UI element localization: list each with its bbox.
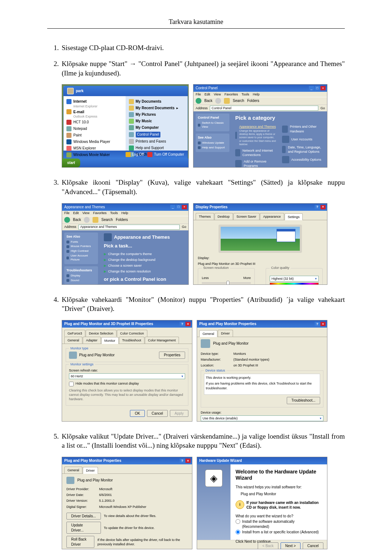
apply-button[interactable]: Apply bbox=[170, 410, 188, 417]
cancel-button[interactable]: Cancel bbox=[303, 542, 323, 549]
menu-edit[interactable]: Edit bbox=[205, 92, 211, 97]
ts-sound[interactable]: Sound bbox=[66, 278, 96, 283]
menu-view[interactable]: View bbox=[82, 211, 89, 215]
tab-monitor[interactable]: Monitor bbox=[101, 337, 119, 344]
menu-pics[interactable]: My Pictures bbox=[136, 112, 156, 117]
menu-recent[interactable]: My Recent Documents bbox=[136, 106, 175, 111]
tab-ssaver[interactable]: Screen Saver bbox=[233, 213, 260, 220]
menu-hct[interactable]: HCT 10.0 bbox=[73, 120, 89, 125]
tab-driver[interactable]: Driver bbox=[218, 330, 233, 337]
opt-auto[interactable]: Install the software automatically (Reco… bbox=[236, 519, 322, 529]
troubleshoot-button[interactable]: Troubleshoot... bbox=[287, 397, 320, 404]
menu-view[interactable]: View bbox=[214, 92, 221, 97]
hide-modes-check[interactable]: Hide modes that this monitor cannot disp… bbox=[69, 381, 185, 386]
menu-file[interactable]: File bbox=[196, 92, 201, 97]
tab-general[interactable]: General bbox=[199, 330, 217, 337]
toolbar-search[interactable]: Search bbox=[101, 217, 113, 222]
menu-docs[interactable]: My Documents bbox=[136, 99, 162, 104]
task-theme[interactable]: ▶Change the computer's theme bbox=[104, 251, 185, 257]
next-button[interactable]: Next > bbox=[281, 542, 301, 549]
see-mouse[interactable]: Mouse Pointers bbox=[66, 244, 96, 249]
update-driver-button[interactable]: Update Driver... bbox=[66, 522, 101, 534]
close-icon[interactable]: × bbox=[320, 322, 326, 326]
switch-classic[interactable]: Switch to Classic View bbox=[198, 121, 227, 130]
menu-edit[interactable]: Edit bbox=[73, 211, 79, 215]
turnoff-button[interactable]: Turn Off Computer bbox=[147, 152, 184, 157]
back-icon[interactable] bbox=[64, 217, 70, 223]
cat-region[interactable]: Date, Time, Language, and Regional Optio… bbox=[288, 145, 323, 154]
go-button[interactable]: Go bbox=[320, 106, 325, 110]
menu-tools[interactable]: Tools bbox=[110, 211, 118, 215]
tab-appearance[interactable]: Appearance bbox=[260, 213, 284, 220]
menu-music[interactable]: My Music bbox=[136, 119, 152, 124]
forward-icon[interactable] bbox=[84, 217, 90, 223]
menu-email[interactable]: E-mail bbox=[73, 110, 84, 115]
close-icon[interactable]: × bbox=[185, 322, 191, 326]
up-icon[interactable] bbox=[224, 98, 230, 104]
tab-troubleshoot[interactable]: Troubleshoot bbox=[119, 337, 144, 344]
task-res[interactable]: ▶Change the screen resolution bbox=[104, 268, 185, 274]
back-icon[interactable] bbox=[196, 98, 201, 104]
menu-favorites[interactable]: Favorites bbox=[93, 211, 106, 215]
tab-colorcorr[interactable]: Color Correction bbox=[117, 330, 147, 337]
logoff-button[interactable]: Log Off bbox=[126, 152, 144, 157]
task-bg[interactable]: ▶Change the desktop background bbox=[104, 257, 185, 263]
menu-control-panel[interactable]: Control Panel bbox=[136, 132, 161, 138]
tab-driver[interactable]: Driver bbox=[83, 467, 98, 474]
menu-internet[interactable]: Internet bbox=[73, 99, 87, 104]
toolbar-folders[interactable]: Folders bbox=[116, 217, 128, 222]
maximize-icon[interactable]: □ bbox=[176, 205, 181, 209]
ts-display[interactable]: Display bbox=[66, 274, 96, 278]
refresh-select[interactable]: 60 Hertz▾ bbox=[69, 373, 185, 379]
ok-button[interactable]: OK bbox=[130, 410, 144, 417]
menu-wmp[interactable]: Windows Media Player bbox=[73, 139, 110, 144]
cancel-button[interactable]: Cancel bbox=[147, 410, 168, 417]
menu-notepad[interactable]: Notepad bbox=[73, 126, 87, 131]
tab-adapter[interactable]: Adapter bbox=[83, 337, 101, 344]
see-uapic[interactable]: User Account Picture bbox=[66, 254, 96, 262]
cat-network[interactable]: Network and Internet Connections bbox=[242, 148, 277, 157]
menu-favorites[interactable]: Favorites bbox=[224, 92, 238, 97]
cat-addremove[interactable]: Add or Remove Programs bbox=[244, 159, 277, 168]
menu-tools[interactable]: Tools bbox=[241, 92, 249, 97]
menu-help[interactable]: Help bbox=[253, 92, 260, 97]
tab-general[interactable]: General bbox=[64, 467, 82, 473]
cat-users[interactable]: User Accounts bbox=[291, 137, 313, 141]
menu-msn[interactable]: MSN Explorer bbox=[73, 146, 96, 151]
minimize-icon[interactable]: _ bbox=[170, 205, 175, 209]
color-quality-select[interactable]: Highest (32 bit)▾ bbox=[270, 276, 319, 282]
menu-paint[interactable]: Paint bbox=[73, 133, 82, 138]
tab-geforce[interactable]: GeForce3 bbox=[64, 330, 85, 337]
usage-select[interactable]: Use this device (enable)▾ bbox=[201, 415, 323, 421]
close-icon[interactable]: × bbox=[182, 205, 187, 209]
maximize-icon[interactable]: □ bbox=[315, 86, 320, 90]
help-icon[interactable]: ? bbox=[315, 205, 320, 209]
close-icon[interactable]: × bbox=[320, 86, 326, 90]
see-fonts[interactable]: Fonts bbox=[66, 240, 96, 245]
driver-details-button[interactable]: Driver Details... bbox=[66, 513, 101, 520]
see-contrast[interactable]: High Contrast bbox=[66, 249, 96, 254]
tab-colormgmt[interactable]: Color Management bbox=[145, 337, 179, 344]
tab-settings[interactable]: Settings bbox=[285, 213, 303, 220]
help-icon[interactable]: ? bbox=[180, 322, 185, 326]
go-button[interactable]: Go bbox=[182, 225, 186, 229]
menu-movie[interactable]: Windows Movie Maker bbox=[73, 152, 110, 157]
help-icon[interactable]: ? bbox=[315, 322, 320, 326]
cat-appearance[interactable]: Appearance and Themes bbox=[239, 125, 276, 128]
properties-button[interactable]: Properties bbox=[159, 352, 185, 359]
task-ssaver[interactable]: ▶Choose a screen saver bbox=[104, 263, 185, 268]
up-icon[interactable] bbox=[93, 217, 98, 223]
opt-list[interactable]: Install from a list or specific location… bbox=[236, 530, 322, 535]
toolbar-folders[interactable]: Folders bbox=[247, 98, 259, 103]
see-also-help[interactable]: Help and Support bbox=[198, 145, 227, 150]
toolbar-search[interactable]: Search bbox=[233, 98, 244, 103]
menu-help[interactable]: Help and Support bbox=[136, 145, 164, 151]
address-field[interactable]: Appearance and Themes bbox=[78, 225, 180, 230]
minimize-icon[interactable]: _ bbox=[309, 86, 314, 90]
close-icon[interactable]: × bbox=[185, 459, 191, 463]
menu-computer[interactable]: My Computer bbox=[136, 125, 159, 130]
menu-printers[interactable]: Printers and Faxes bbox=[136, 139, 166, 144]
menu-file[interactable]: File bbox=[64, 211, 70, 215]
tab-general[interactable]: General bbox=[64, 337, 82, 344]
help-icon[interactable]: ? bbox=[180, 459, 185, 463]
